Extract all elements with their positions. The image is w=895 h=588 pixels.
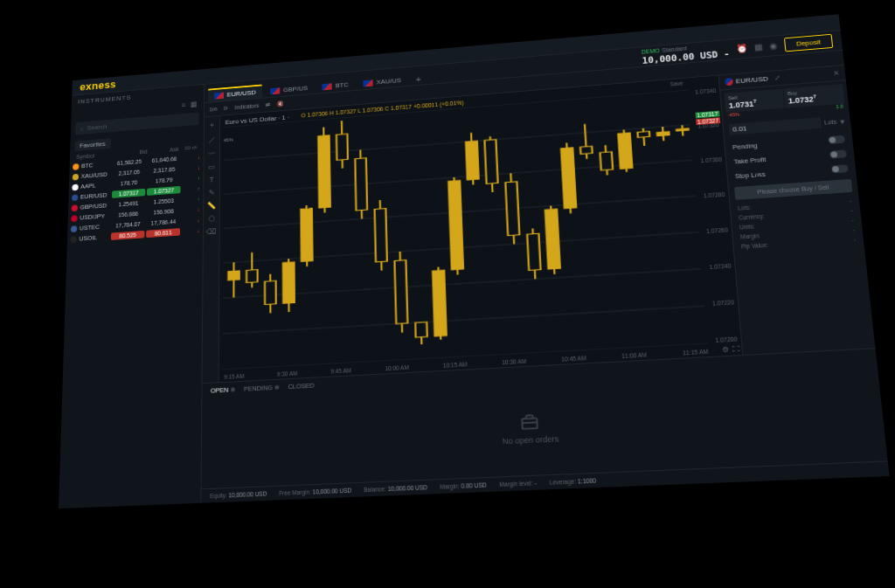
svg-rect-9 bbox=[228, 271, 239, 280]
svg-rect-33 bbox=[448, 181, 463, 270]
sl-toggle[interactable] bbox=[831, 164, 849, 173]
svg-rect-43 bbox=[545, 209, 560, 269]
svg-rect-53 bbox=[637, 131, 649, 137]
stepper-icon[interactable]: ▾ bbox=[840, 117, 845, 126]
svg-rect-19 bbox=[318, 135, 330, 208]
svg-rect-41 bbox=[527, 233, 540, 270]
briefcase-icon bbox=[519, 412, 540, 432]
price-chart[interactable]: Euro vs US Dollar · 1 · O 1.07306 H 1.07… bbox=[219, 76, 743, 383]
orders-tab-pending[interactable]: PENDING bbox=[244, 384, 280, 393]
magnet-icon[interactable]: ⬡ bbox=[208, 214, 215, 223]
sidebar: INSTRUMENTS ≡▦ ⌕ Search Favorites Symbol… bbox=[59, 85, 205, 508]
indicators-button[interactable]: Indicators bbox=[234, 103, 259, 111]
alarm-icon[interactable]: ⏰ bbox=[736, 44, 747, 53]
app-window: exness INSTRUMENTS ≡▦ ⌕ Search Favorites… bbox=[59, 14, 890, 508]
shapes-icon[interactable]: ▭ bbox=[208, 163, 215, 171]
trade-panel: EUR/USD ⤢ ✕ Sell 1.07317 -45% Buy 1.0732… bbox=[718, 66, 876, 355]
compare-icon[interactable]: ⇄ bbox=[266, 101, 271, 108]
buy-button[interactable]: Buy 1.07327 1.0 bbox=[783, 84, 844, 107]
svg-rect-21 bbox=[336, 134, 348, 160]
volume-unit[interactable]: Lots bbox=[824, 119, 837, 126]
svg-rect-49 bbox=[600, 152, 614, 170]
expand-icon[interactable]: ⤢ bbox=[774, 74, 781, 82]
volume-input[interactable] bbox=[729, 117, 822, 135]
svg-line-6 bbox=[223, 306, 704, 334]
trendline-icon[interactable]: ／ bbox=[208, 135, 215, 145]
orders-tab-open[interactable]: OPEN bbox=[211, 385, 235, 394]
fib-icon[interactable]: 〰 bbox=[208, 149, 215, 158]
deposit-button[interactable]: Deposit bbox=[784, 34, 833, 52]
pending-label: Pending bbox=[732, 142, 758, 151]
svg-rect-15 bbox=[283, 262, 295, 303]
main: EUR/USDGBP/USBTCXAU/US + DEMO Standard 1… bbox=[201, 31, 889, 503]
svg-rect-31 bbox=[433, 270, 447, 336]
svg-rect-17 bbox=[301, 209, 312, 262]
tp-label: Take Profit bbox=[733, 156, 767, 165]
svg-rect-29 bbox=[415, 322, 427, 337]
svg-rect-55 bbox=[657, 132, 670, 136]
svg-rect-13 bbox=[265, 280, 276, 304]
svg-rect-45 bbox=[561, 148, 576, 209]
tp-toggle[interactable] bbox=[829, 149, 847, 158]
logo: exness bbox=[80, 79, 116, 93]
pair-flag-icon bbox=[725, 78, 733, 86]
svg-rect-11 bbox=[246, 270, 258, 283]
svg-rect-27 bbox=[394, 260, 407, 324]
grid-icon[interactable]: ▦ bbox=[753, 42, 762, 52]
sl-label: Stop Loss bbox=[735, 170, 767, 180]
svg-rect-39 bbox=[505, 182, 519, 236]
drawing-tools: ＋ ／ 〰 ▭ T ✎ 📏 ⬡ ⌫ bbox=[202, 116, 220, 383]
settings-icon: ⚙ bbox=[722, 345, 729, 354]
fullscreen-icon: ⛶ bbox=[732, 345, 740, 354]
ruler-icon[interactable]: 📏 bbox=[207, 201, 216, 210]
orders-tab-closed[interactable]: CLOSED bbox=[288, 382, 314, 391]
pending-toggle[interactable] bbox=[828, 135, 845, 144]
timeframe-select[interactable]: 1m bbox=[209, 106, 217, 112]
trade-pair: EUR/USD bbox=[735, 75, 768, 86]
user-icon[interactable]: ◉ bbox=[769, 41, 778, 51]
text-icon[interactable]: T bbox=[210, 176, 214, 184]
sell-button[interactable]: Sell 1.07317 -45% bbox=[725, 89, 785, 113]
close-panel-icon[interactable]: ✕ bbox=[833, 69, 840, 77]
svg-rect-25 bbox=[375, 209, 387, 262]
svg-rect-37 bbox=[484, 140, 497, 184]
candle-type-icon[interactable]: ⊪ bbox=[224, 105, 229, 112]
search-icon: ⌕ bbox=[80, 124, 85, 131]
svg-rect-51 bbox=[618, 133, 632, 169]
brush-icon[interactable]: ✎ bbox=[208, 189, 214, 197]
svg-rect-35 bbox=[466, 141, 479, 180]
eraser-icon[interactable]: ⌫ bbox=[206, 227, 217, 236]
save-button[interactable]: Save bbox=[670, 80, 683, 87]
sound-icon[interactable]: 🔇 bbox=[277, 100, 284, 107]
chart-corner-tools[interactable]: ⚙⛶ bbox=[722, 345, 740, 354]
svg-rect-47 bbox=[580, 146, 593, 154]
svg-rect-23 bbox=[355, 158, 367, 211]
crosshair-icon[interactable]: ＋ bbox=[208, 120, 215, 130]
add-tab-button[interactable]: + bbox=[413, 73, 425, 86]
svg-rect-57 bbox=[676, 128, 689, 131]
